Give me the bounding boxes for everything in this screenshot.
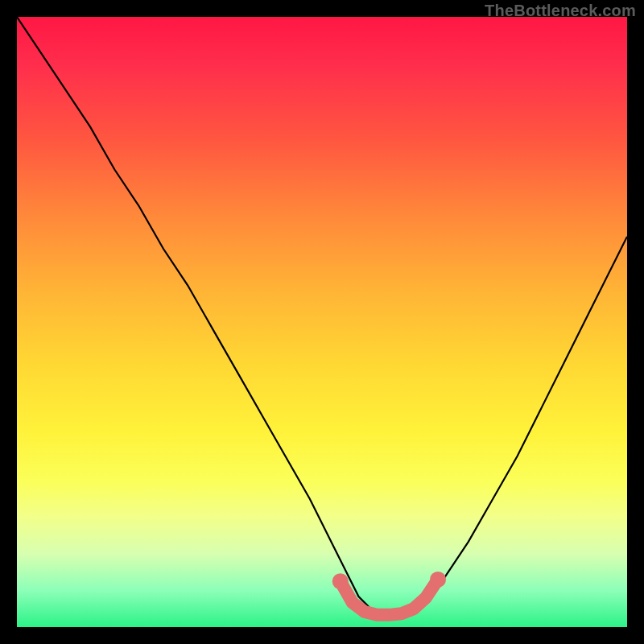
optimal-range-endpoint bbox=[332, 573, 349, 589]
chart-plot-area bbox=[17, 17, 627, 627]
chart-svg bbox=[17, 17, 627, 627]
bottleneck-curve bbox=[17, 17, 627, 615]
chart-stage: TheBottleneck.com bbox=[0, 0, 644, 644]
optimal-range-line bbox=[341, 580, 438, 615]
optimal-range-endpoint bbox=[430, 572, 446, 588]
